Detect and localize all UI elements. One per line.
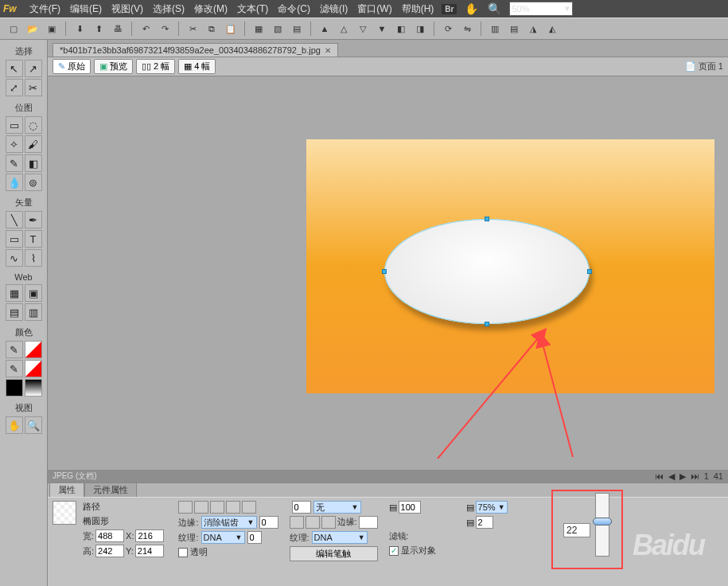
- document-tab[interactable]: *b401b71e3bb3af69873214f93859a2ee_003403…: [53, 43, 338, 57]
- tab-component-properties[interactable]: 元件属性: [84, 482, 137, 497]
- group-icon[interactable]: ▦: [250, 20, 267, 37]
- stroke-align-2[interactable]: [306, 516, 320, 529]
- back-icon[interactable]: ▼: [373, 20, 391, 37]
- ellipse-shape[interactable]: [384, 219, 590, 324]
- hand-icon[interactable]: ✋: [465, 2, 478, 15]
- stroke-cat-select[interactable]: 无▼: [313, 501, 361, 514]
- opacity-input[interactable]: [399, 501, 421, 514]
- pct-select[interactable]: 75%▼: [476, 501, 508, 514]
- hide-slice-icon[interactable]: ▤: [6, 303, 23, 321]
- crop-tool-icon[interactable]: ✂: [25, 79, 42, 96]
- t2-icon[interactable]: ▤: [505, 20, 523, 37]
- zoom-tool-icon[interactable]: 🔍: [25, 416, 42, 434]
- menu-view[interactable]: 视图(V): [107, 2, 148, 16]
- width-input[interactable]: [95, 529, 124, 542]
- handle-right[interactable]: [587, 269, 592, 274]
- eyedropper-stroke-icon[interactable]: ✎: [6, 341, 23, 358]
- brush-tool-icon[interactable]: 🖌: [25, 135, 42, 153]
- fill-type-3[interactable]: [210, 501, 224, 514]
- marquee-tool-icon[interactable]: ▭: [6, 116, 23, 134]
- slider-thumb[interactable]: [593, 518, 612, 525]
- handle-bottom[interactable]: [485, 322, 489, 326]
- scale-tool-icon[interactable]: ⤢: [6, 79, 23, 96]
- small-input[interactable]: [476, 516, 493, 529]
- redo-icon[interactable]: ↷: [156, 20, 173, 37]
- nav-first-icon[interactable]: ⏮: [655, 471, 664, 482]
- t1-icon[interactable]: ▥: [486, 20, 504, 37]
- front-icon[interactable]: ▲: [316, 20, 333, 37]
- fill-swatch[interactable]: [25, 360, 42, 377]
- text-tool-icon[interactable]: T: [25, 230, 42, 248]
- menu-edit[interactable]: 编辑(E): [65, 2, 107, 16]
- x-input[interactable]: [135, 529, 164, 542]
- pen-tool-icon[interactable]: ✒: [25, 211, 42, 229]
- show-object-checkbox[interactable]: ✓: [389, 546, 399, 556]
- stroke-align-1[interactable]: [290, 516, 304, 529]
- paste-icon[interactable]: 📋: [222, 20, 239, 37]
- swap-colors-icon[interactable]: [25, 379, 42, 397]
- fill-type-1[interactable]: [178, 501, 193, 514]
- fill-type-4[interactable]: [226, 501, 240, 514]
- flip-icon[interactable]: ⇋: [458, 20, 476, 37]
- view-preview[interactable]: ▣预览: [94, 59, 133, 74]
- texture-amount-input[interactable]: [247, 531, 262, 544]
- default-colors-icon[interactable]: [6, 379, 23, 397]
- lasso-tool-icon[interactable]: ◌: [25, 116, 42, 134]
- nav-prev-icon[interactable]: ◀: [668, 471, 675, 482]
- new-icon[interactable]: ▢: [5, 20, 22, 37]
- canvas[interactable]: [48, 76, 728, 470]
- show-slice-icon[interactable]: ▥: [25, 303, 42, 321]
- view-2up[interactable]: ▯▯2 幅: [136, 59, 175, 74]
- wand-tool-icon[interactable]: ✧: [6, 135, 23, 153]
- nav-next-icon[interactable]: ▶: [679, 471, 686, 482]
- ungroup-icon[interactable]: ▧: [269, 20, 286, 37]
- transparent-checkbox[interactable]: [178, 548, 188, 557]
- stroke-edge-input[interactable]: [359, 516, 378, 529]
- fill-type-5[interactable]: [242, 501, 256, 514]
- backward-icon[interactable]: ▽: [354, 20, 372, 37]
- stroke-align-3[interactable]: [321, 516, 336, 529]
- menu-filter[interactable]: 滤镜(I): [315, 2, 352, 16]
- search-icon[interactable]: 🔍: [488, 2, 501, 15]
- t3-icon[interactable]: ◮: [524, 20, 542, 37]
- hotspot-tool-icon[interactable]: ▣: [25, 284, 42, 302]
- eraser-tool-icon[interactable]: ◧: [25, 154, 42, 172]
- arrange-icon[interactable]: ▤: [288, 20, 306, 37]
- menu-select[interactable]: 选择(S): [148, 2, 189, 16]
- handle-left[interactable]: [382, 269, 387, 274]
- stroke-texture-select[interactable]: DNA▼: [312, 531, 368, 544]
- page-indicator[interactable]: 📄页面 1: [685, 61, 723, 72]
- copy-icon[interactable]: ⧉: [203, 20, 220, 37]
- menu-text[interactable]: 文本(T): [232, 2, 273, 16]
- edge-amount-input[interactable]: [259, 516, 278, 529]
- menu-file[interactable]: 文件(F): [25, 2, 65, 16]
- edge-select[interactable]: 消除锯齿▼: [201, 516, 257, 529]
- view-original[interactable]: ✎原始: [53, 59, 91, 74]
- pencil-tool-icon[interactable]: ✎: [6, 154, 23, 172]
- menu-help[interactable]: 帮助(H): [397, 2, 439, 16]
- open-icon[interactable]: 📂: [24, 20, 41, 37]
- rotate-icon[interactable]: ⟳: [439, 20, 457, 37]
- close-tab-icon[interactable]: ✕: [325, 46, 331, 55]
- align1-icon[interactable]: ◧: [392, 20, 410, 37]
- menu-modify[interactable]: 修改(M): [189, 2, 232, 16]
- stamp-tool-icon[interactable]: ⊚: [25, 174, 42, 191]
- forward-icon[interactable]: △: [335, 20, 352, 37]
- undo-icon[interactable]: ↶: [137, 20, 154, 37]
- import-icon[interactable]: ⬇: [71, 20, 88, 37]
- opacity-slider[interactable]: [595, 493, 609, 557]
- export-icon[interactable]: ⬆: [90, 20, 107, 37]
- pointer-tool-icon[interactable]: ↖: [6, 60, 23, 77]
- edit-brush-button[interactable]: 编辑笔触: [290, 546, 378, 561]
- t4-icon[interactable]: ◭: [543, 20, 561, 37]
- menu-window[interactable]: 窗口(W): [352, 2, 396, 16]
- eyedropper-fill-icon[interactable]: ✎: [6, 360, 23, 377]
- knife-tool-icon[interactable]: ⌇: [25, 249, 42, 267]
- slice-tool-icon[interactable]: ▦: [6, 284, 23, 302]
- zoom-select[interactable]: 50%▼: [509, 2, 573, 16]
- y-input[interactable]: [135, 545, 164, 557]
- preview-swatch[interactable]: [53, 501, 76, 525]
- shape-tool-icon[interactable]: ▭: [6, 230, 23, 248]
- view-4up[interactable]: ▦4 幅: [178, 59, 216, 74]
- freeform-tool-icon[interactable]: ∿: [6, 249, 23, 267]
